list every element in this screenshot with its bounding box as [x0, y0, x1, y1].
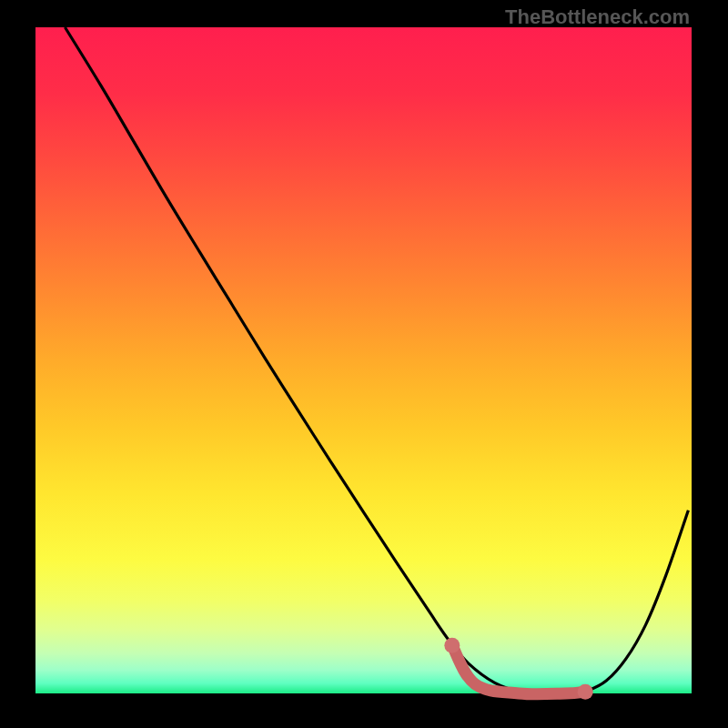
gradient-background — [35, 27, 692, 693]
chart-frame: TheBottleneck.com — [0, 0, 728, 728]
highlight-dot-left — [444, 638, 460, 653]
chart-svg — [0, 0, 728, 728]
highlight-dot-right — [578, 684, 593, 700]
